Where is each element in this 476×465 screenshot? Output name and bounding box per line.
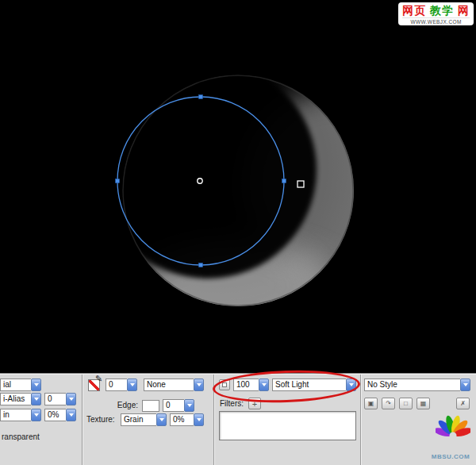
fill-type-dropdown[interactable]: ial xyxy=(0,379,41,391)
fill-type-value: ial xyxy=(0,379,31,391)
section-divider xyxy=(82,375,83,465)
texture-dropdown[interactable]: Grain xyxy=(121,413,167,426)
texture-label: Texture: xyxy=(86,413,115,426)
dropdown-arrow-icon xyxy=(156,413,167,426)
section-divider xyxy=(360,375,362,465)
stroke-tip-size-stepper[interactable]: 0 xyxy=(106,379,137,391)
dropdown-arrow-icon xyxy=(31,409,41,421)
site-name-part: 网 xyxy=(458,4,470,17)
sphere-shading xyxy=(99,61,424,373)
bottom-watermark-text: MBSU.COM xyxy=(425,453,476,460)
texture-amount-stepper[interactable]: 0% xyxy=(170,413,204,426)
dropdown-arrow-icon xyxy=(127,379,137,391)
stroke-category-value: None xyxy=(144,379,194,391)
edge-amount-value: 0 xyxy=(163,399,184,412)
filters-list[interactable] xyxy=(219,411,356,440)
site-name-part: 教学 xyxy=(430,4,454,17)
edge-label: Edge: xyxy=(111,399,138,412)
texture-value: Grain xyxy=(121,413,156,426)
add-filter-button[interactable]: + xyxy=(248,398,261,409)
site-url: WWW.WEBJX.COM xyxy=(402,17,470,25)
texture-amount-value: 0% xyxy=(170,413,194,426)
site-watermark: 网页 教学 网 WWW.WEBJX.COM xyxy=(398,2,474,25)
filters-label: Filters: xyxy=(220,398,244,410)
style-option-button[interactable]: □ xyxy=(399,398,413,409)
apply-style-button[interactable]: ↷ xyxy=(382,398,395,409)
pencil-icon: ✎ xyxy=(95,374,102,384)
selection-handle-right[interactable] xyxy=(282,179,286,183)
opacity-value: 100 xyxy=(233,379,259,391)
fill-texture-value: in xyxy=(0,409,31,421)
dropdown-arrow-icon xyxy=(259,379,269,391)
dropdown-arrow-icon xyxy=(194,413,204,426)
fill-edge-dropdown[interactable]: i-Alias xyxy=(0,393,41,405)
sphere-core-shadow xyxy=(99,61,317,279)
dropdown-arrow-icon xyxy=(66,409,76,421)
selection-handle-bottom[interactable] xyxy=(199,263,203,267)
blend-mode-dropdown[interactable]: Soft Light xyxy=(272,379,356,391)
dropdown-arrow-icon xyxy=(460,379,470,391)
fill-edge-value: i-Alias xyxy=(0,393,31,405)
canvas[interactable] xyxy=(0,0,476,373)
logo-center xyxy=(450,432,457,440)
dropdown-arrow-icon xyxy=(66,393,76,405)
opacity-icon xyxy=(219,379,230,390)
fill-texture-amount-stepper[interactable]: 0% xyxy=(44,409,76,421)
style-option-button-2[interactable]: ▦ xyxy=(416,398,430,409)
style-dropdown[interactable]: No Style xyxy=(364,379,470,391)
dropdown-arrow-icon xyxy=(194,379,204,391)
transparent-label: ransparent xyxy=(2,431,40,444)
opacity-stepper[interactable]: 100 xyxy=(233,379,269,391)
canvas-artwork xyxy=(0,0,476,373)
new-style-button[interactable]: ▣ xyxy=(364,398,378,409)
site-name-part: 网页 xyxy=(402,4,426,17)
gradient-end-handle[interactable] xyxy=(298,181,304,187)
dropdown-arrow-icon xyxy=(346,379,356,391)
section-divider xyxy=(213,375,215,465)
style-value: No Style xyxy=(364,379,460,391)
dropdown-arrow-icon xyxy=(31,393,41,405)
fill-edge-amount-value: 0 xyxy=(44,393,66,405)
stroke-category-dropdown[interactable]: None xyxy=(144,379,204,391)
opacity-icon-inner xyxy=(222,382,227,387)
peacock-logo-icon xyxy=(436,413,470,448)
edge-softness-field[interactable] xyxy=(142,400,159,412)
fill-texture-dropdown[interactable]: in xyxy=(0,409,41,421)
dropdown-arrow-icon xyxy=(184,399,194,412)
blend-mode-value: Soft Light xyxy=(272,379,346,391)
stroke-tip-size-value: 0 xyxy=(106,379,127,391)
fill-texture-amount-value: 0% xyxy=(44,409,66,421)
selection-handle-left[interactable] xyxy=(116,179,120,183)
edge-amount-stepper[interactable]: 0 xyxy=(163,399,194,412)
dropdown-arrow-icon xyxy=(31,379,41,391)
selection-handle-top[interactable] xyxy=(199,95,203,99)
gradient-center-handle[interactable] xyxy=(198,179,202,183)
property-inspector: ial i-Alias 0 in 0% ransparent ✎ 0 None … xyxy=(0,373,476,465)
fill-edge-amount-stepper[interactable]: 0 xyxy=(44,393,76,405)
site-name: 网页 教学 网 xyxy=(402,4,470,17)
delete-style-button[interactable]: ✗ xyxy=(456,398,470,409)
